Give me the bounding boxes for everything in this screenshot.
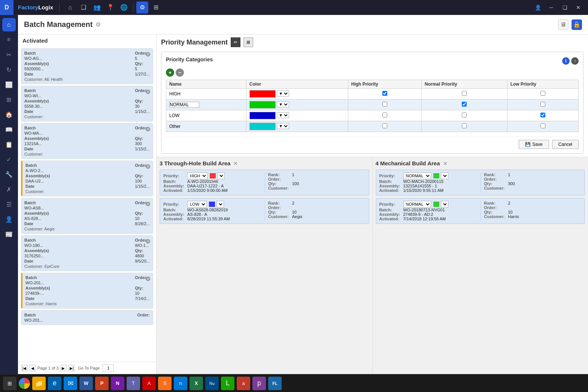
color-dropdown[interactable]: ▼ <box>277 112 289 118</box>
start-btn[interactable]: ⊞ <box>3 377 16 390</box>
sidebar-item-book[interactable]: 📖 <box>2 123 16 136</box>
batch-card[interactable]: ⚙ Batch Order: WO-AS8... Assembly(s) Qty… <box>21 198 153 234</box>
pm-edit-btn[interactable]: ✏ <box>231 37 240 47</box>
low-priority-check[interactable] <box>540 91 545 96</box>
sidebar-item-grid[interactable]: ⊞ <box>2 93 16 106</box>
files-icon[interactable]: 📁 <box>32 377 46 390</box>
next-page-btn[interactable]: ▶ <box>60 365 67 371</box>
word-icon[interactable]: W <box>79 377 93 390</box>
batch-settings-icon[interactable]: ⚙ <box>145 238 151 245</box>
powerpoint-icon[interactable]: P <box>95 377 109 390</box>
snagit-icon[interactable]: S <box>158 377 172 390</box>
close-btn[interactable]: ✕ <box>573 2 584 13</box>
sidebar-item-check[interactable]: ✓ <box>2 153 16 166</box>
high-priority-check[interactable] <box>382 91 387 96</box>
chrome-icon[interactable] <box>19 378 30 389</box>
minimize-btn[interactable]: ─ <box>546 2 557 13</box>
normal-priority-check[interactable] <box>462 102 467 107</box>
excel-icon[interactable]: X <box>190 377 203 390</box>
priority-select[interactable]: LOW <box>187 201 207 208</box>
batch-settings-icon[interactable]: ⚙ <box>145 275 151 282</box>
pc-info-btn2[interactable]: ↑ <box>571 57 579 65</box>
sidebar-item-clipboard[interactable]: 📋 <box>2 138 16 151</box>
pc-add-btn[interactable]: + <box>166 68 174 77</box>
batch-settings-icon[interactable]: ⚙ <box>145 163 151 170</box>
pc-remove-btn[interactable]: − <box>176 68 184 77</box>
onenote-icon[interactable]: N <box>111 377 124 390</box>
high-priority-check[interactable] <box>382 102 387 107</box>
lock-view-btn[interactable]: 🔒 <box>572 19 582 30</box>
nuance-icon[interactable]: Nu <box>205 377 219 390</box>
batch-settings-icon[interactable]: ⚙ <box>145 200 151 208</box>
teams-icon[interactable]: T <box>127 377 140 390</box>
priority-select[interactable]: NORMAL <box>403 201 431 208</box>
globe-nav-icon[interactable]: 🌐 <box>118 1 130 13</box>
batch-card-gold[interactable]: ⚙ Batch Order: WO-201... Assembly(s) Qty… <box>21 273 153 309</box>
priority-color-dropdown[interactable]: ▼ <box>441 172 448 179</box>
settings-nav-icon[interactable]: ⚙ <box>136 1 148 13</box>
high-priority-check[interactable] <box>382 123 387 128</box>
sidebar-item-cancel[interactable]: ✗ <box>2 183 16 196</box>
sidebar-item-user[interactable]: 👤 <box>2 212 16 226</box>
people-nav-icon[interactable]: 👥 <box>91 1 103 13</box>
header-settings-icon[interactable]: ⚙ <box>96 21 101 28</box>
priority-color-dropdown[interactable]: ▼ <box>441 201 448 208</box>
priority-select[interactable]: NORMAL <box>403 172 431 179</box>
high-priority-check[interactable] <box>382 113 387 117</box>
batch-settings-icon[interactable]: ⚙ <box>145 126 151 133</box>
sidebar-item-monitor[interactable]: ⬜ <box>2 78 16 91</box>
pm-grid-btn[interactable]: ⊞ <box>243 37 253 47</box>
batch-card[interactable]: ⚙ Batch Order: WO-MA... Assembly(s) Qty:… <box>21 123 153 159</box>
build-area-4-close[interactable]: ✕ <box>443 160 448 166</box>
acrobat-icon[interactable]: A <box>142 377 156 390</box>
color-dropdown[interactable]: ▼ <box>277 123 289 129</box>
app-icon-2[interactable]: p <box>252 377 266 390</box>
last-page-btn[interactable]: ▶| <box>68 365 75 371</box>
sidebar-item-layers[interactable]: ≡ <box>2 33 16 46</box>
app-icon-1[interactable]: a <box>237 377 250 390</box>
batch-card[interactable]: ⚙ Batch Order: WO-WI... Assembly(s) Qty:… <box>21 86 153 122</box>
priority-color-dropdown[interactable]: ▼ <box>217 172 225 179</box>
batch-card-selected[interactable]: ⚙ Batch Order: A-WO-2... Assembly(s) Qty… <box>21 160 153 196</box>
user-profile-btn[interactable]: 👤 <box>533 2 543 13</box>
sidebar-item-list[interactable]: ☰ <box>2 197 16 211</box>
ie-icon[interactable]: e <box>48 377 61 390</box>
low-priority-check[interactable] <box>540 102 545 107</box>
build-area-3-close[interactable]: ✕ <box>233 160 238 166</box>
batch-card[interactable]: Batch Order: WO-201... <box>21 310 153 325</box>
normal-priority-check[interactable] <box>462 91 467 96</box>
batch-settings-icon[interactable]: ⚙ <box>145 51 151 58</box>
batch-card[interactable]: ⚙ Batch Order: WO-180... WO-1... Assembl… <box>21 235 153 271</box>
save-button[interactable]: 💾 Save <box>519 140 549 149</box>
batch-card[interactable]: ⚙ Batch Order: WO-AG... 5 Assembly(s) Qt… <box>21 48 153 84</box>
priority-color-dropdown[interactable]: ▼ <box>216 201 224 208</box>
maximize-btn[interactable]: ❑ <box>560 2 570 13</box>
cancel-button[interactable]: Cancel <box>552 140 579 149</box>
first-page-btn[interactable]: |◀ <box>21 365 28 371</box>
outlook-icon[interactable]: ✉ <box>64 377 77 390</box>
database-nav-icon[interactable]: ⊞ <box>150 1 162 13</box>
location-nav-icon[interactable]: 📍 <box>104 1 116 13</box>
low-priority-check[interactable] <box>540 113 545 117</box>
sidebar-item-cut[interactable]: ✂ <box>2 48 16 61</box>
factorylogix-taskbar-icon[interactable]: FL <box>268 377 282 390</box>
notepad-icon[interactable]: n <box>174 377 187 390</box>
sidebar-item-building[interactable]: 🏠 <box>2 108 16 121</box>
sidebar-item-report[interactable]: 📰 <box>2 227 16 241</box>
sidebar-item-refresh[interactable]: ↻ <box>2 63 16 76</box>
prev-page-btn[interactable]: ◀ <box>29 365 36 371</box>
normal-priority-check[interactable] <box>462 123 467 128</box>
batch-settings-icon[interactable]: ⚙ <box>145 88 151 95</box>
low-priority-check[interactable] <box>540 123 545 128</box>
color-dropdown[interactable]: ▼ <box>277 91 289 97</box>
name-input[interactable] <box>169 102 199 108</box>
normal-priority-check[interactable] <box>462 113 467 117</box>
libre-icon[interactable]: L <box>221 377 234 390</box>
monitor-view-btn[interactable]: 🖥 <box>558 19 569 30</box>
sidebar-item-wrench[interactable]: 🔧 <box>2 168 16 181</box>
color-dropdown[interactable]: ▼ <box>277 101 289 107</box>
priority-select[interactable]: HIGH <box>187 172 207 179</box>
goto-input[interactable] <box>103 364 114 372</box>
pc-info-btn1[interactable]: i <box>562 57 570 65</box>
sidebar-item-home[interactable]: ⌂ <box>2 18 16 31</box>
